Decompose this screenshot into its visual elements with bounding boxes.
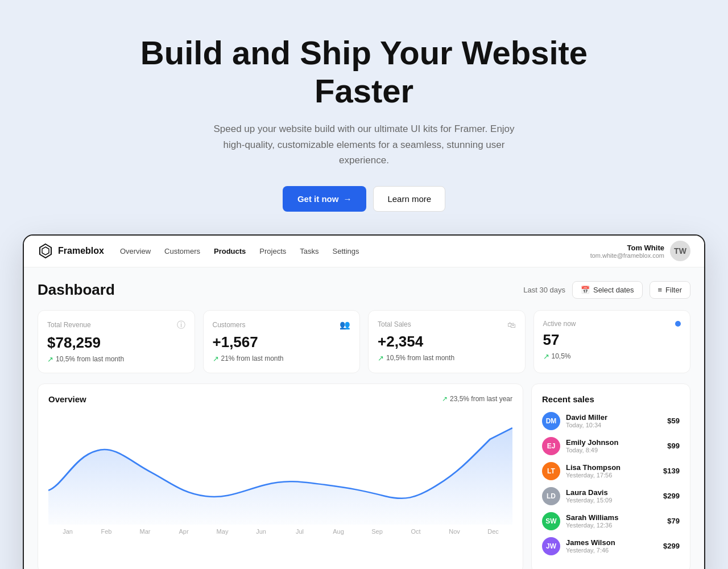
dashboard-controls: Last 30 days 📅 Select dates ≡ Filter: [523, 281, 690, 299]
info-icon: ⓘ: [177, 320, 185, 331]
nav-products[interactable]: Products: [214, 247, 246, 255]
x-label-aug: Aug: [319, 528, 358, 535]
stat-customers: Customers 👥 +1,567 ↗ 21% from last month: [203, 310, 361, 373]
x-label-feb: Feb: [87, 528, 126, 535]
select-dates-button[interactable]: 📅 Select dates: [572, 281, 643, 299]
stat-active: Active now 57 ↗ 10,5%: [533, 310, 691, 373]
nav-links: Overview Customers Products Projects Tas…: [120, 247, 590, 255]
bottom-row: Overview ↗ 23,5% from last year: [38, 384, 690, 569]
active-dot-icon: [675, 321, 681, 327]
main-content: Dashboard Last 30 days 📅 Select dates ≡ …: [24, 267, 704, 569]
stats-row: Total Revenue ⓘ $78,259 ↗ 10,5% from las…: [38, 310, 690, 373]
dashboard-window: Frameblox Overview Customers Products Pr…: [23, 234, 705, 569]
users-icon: 👥: [340, 320, 350, 330]
hero-buttons: Get it now → Learn more: [11, 186, 717, 212]
sale-info: Lisa Thompson Yesterday, 17:56: [566, 463, 657, 479]
brand-logo: Frameblox: [38, 243, 104, 259]
sale-item: SW Sarah Williams Yesterday, 12:36 $79: [542, 512, 680, 530]
shopping-icon: 🛍: [507, 320, 516, 329]
chart-svg: [48, 411, 512, 525]
sale-item: DM David Miller Today, 10:34 $59: [542, 412, 680, 430]
user-avatar: TW: [670, 241, 690, 261]
stat-revenue: Total Revenue ⓘ $78,259 ↗ 10,5% from las…: [38, 310, 195, 373]
nav-tasks[interactable]: Tasks: [300, 247, 318, 255]
nav-projects[interactable]: Projects: [259, 247, 286, 255]
sale-item: LT Lisa Thompson Yesterday, 17:56 $139: [542, 462, 680, 480]
filter-button[interactable]: ≡ Filter: [650, 281, 690, 299]
sale-avatar: EJ: [542, 437, 560, 455]
sales-value: +2,354: [378, 333, 516, 351]
x-label-apr: Apr: [164, 528, 203, 535]
nav-customers[interactable]: Customers: [164, 247, 200, 255]
learn-more-button[interactable]: Learn more: [373, 186, 445, 212]
sale-item: LD Laura Davis Yesterday, 15:09 $299: [542, 487, 680, 505]
trend-up-icon: ↗: [543, 352, 549, 361]
overview-change: ↗ 23,5% from last year: [442, 395, 512, 403]
recent-sales-title: Recent sales: [542, 394, 680, 404]
user-name: Tom White: [590, 244, 664, 252]
nav-user: Tom White tom.white@frameblox.com TW: [590, 241, 690, 261]
sale-avatar: SW: [542, 512, 560, 530]
sale-item: EJ Emily Johnson Today, 8:49 $99: [542, 437, 680, 455]
sale-info: David Miller Today, 10:34: [566, 413, 661, 428]
arrow-icon: →: [343, 194, 351, 204]
svg-marker-0: [40, 244, 51, 258]
sale-info: Laura Davis Yesterday, 15:09: [566, 488, 657, 504]
user-email: tom.white@frameblox.com: [590, 252, 664, 259]
sale-item: JW James Wilson Yesterday, 7:46 $299: [542, 537, 680, 555]
trend-up-icon: ↗: [213, 354, 219, 363]
sale-info: Sarah Williams Yesterday, 12:36: [566, 513, 661, 529]
trend-up-icon: ↗: [47, 355, 53, 364]
x-label-mar: Mar: [126, 528, 164, 535]
user-info: Tom White tom.white@frameblox.com: [590, 244, 664, 259]
get-it-now-button[interactable]: Get it now →: [283, 186, 367, 212]
calendar-icon: 📅: [581, 286, 590, 294]
chart-x-labels: Jan Feb Mar Apr May Jun Jul Aug Sep Oct …: [48, 525, 512, 535]
trend-up-icon: ↗: [378, 354, 384, 362]
x-label-jun: Jun: [242, 528, 280, 535]
x-label-jul: Jul: [280, 528, 319, 535]
active-value: 57: [543, 331, 681, 349]
sale-avatar: DM: [542, 412, 560, 430]
hero-title: Build and Ship Your Website Faster: [11, 34, 717, 110]
filter-icon: ≡: [658, 286, 663, 294]
trend-up-icon: ↗: [442, 395, 448, 403]
hero-subtitle: Speed up your website build with our ult…: [205, 121, 523, 168]
stat-sales: Total Sales 🛍 +2,354 ↗ 10,5% from last m…: [368, 310, 526, 373]
svg-marker-1: [42, 247, 49, 255]
recent-sales-card: Recent sales DM David Miller Today, 10:3…: [531, 384, 690, 569]
sale-avatar: LD: [542, 487, 560, 505]
nav-settings[interactable]: Settings: [333, 247, 359, 255]
x-label-oct: Oct: [396, 528, 435, 535]
period-label: Last 30 days: [523, 286, 565, 294]
dashboard-title: Dashboard: [38, 281, 115, 299]
dashboard-header: Dashboard Last 30 days 📅 Select dates ≡ …: [38, 281, 690, 299]
x-label-may: May: [203, 528, 242, 535]
revenue-value: $78,259: [47, 334, 185, 352]
sale-avatar: JW: [542, 537, 560, 555]
overview-chart: [48, 411, 512, 525]
hero-section: Build and Ship Your Website Faster Speed…: [0, 0, 728, 234]
navbar: Frameblox Overview Customers Products Pr…: [24, 236, 704, 267]
overview-title: Overview: [48, 394, 86, 404]
nav-overview[interactable]: Overview: [120, 247, 151, 255]
logo-icon: [38, 243, 53, 259]
sale-info: James Wilson Yesterday, 7:46: [566, 538, 657, 554]
sale-info: Emily Johnson Today, 8:49: [566, 438, 661, 453]
x-label-jan: Jan: [48, 528, 87, 535]
x-label-sep: Sep: [358, 528, 396, 535]
x-label-dec: Dec: [474, 528, 512, 535]
x-label-nov: Nov: [435, 528, 474, 535]
customers-value: +1,567: [213, 333, 351, 351]
sale-avatar: LT: [542, 462, 560, 480]
overview-card: Overview ↗ 23,5% from last year: [38, 384, 523, 569]
